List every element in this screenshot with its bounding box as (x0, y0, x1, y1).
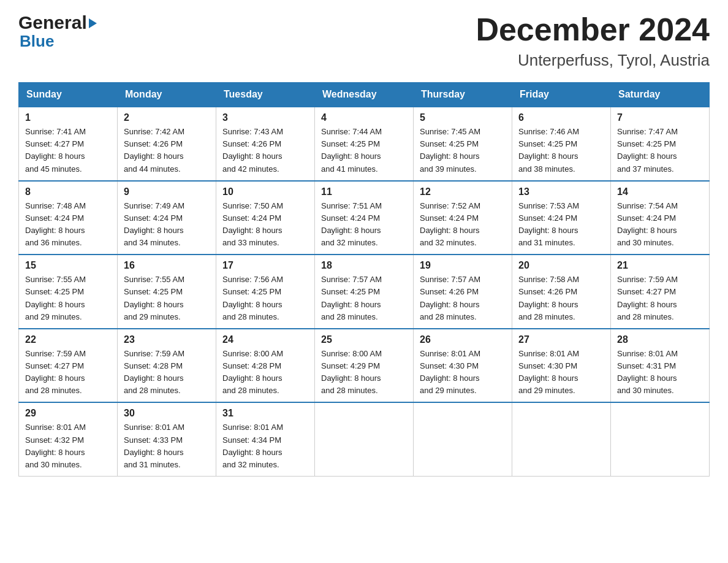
week-row-1: 1Sunrise: 7:41 AMSunset: 4:27 PMDaylight… (19, 107, 710, 181)
calendar-cell: 19Sunrise: 7:57 AMSunset: 4:26 PMDayligh… (414, 255, 512, 329)
day-number: 10 (222, 186, 308, 197)
day-info: Sunrise: 7:59 AMSunset: 4:28 PMDaylight:… (124, 348, 210, 397)
calendar-cell (315, 402, 414, 476)
day-number: 25 (321, 334, 407, 345)
title-area: December 2024 Unterperfuss, Tyrol, Austr… (476, 12, 710, 70)
day-info: Sunrise: 8:01 AMSunset: 4:34 PMDaylight:… (222, 421, 308, 471)
calendar-cell: 7Sunrise: 7:47 AMSunset: 4:25 PMDaylight… (611, 107, 710, 181)
calendar-cell: 23Sunrise: 7:59 AMSunset: 4:28 PMDayligh… (118, 329, 216, 403)
calendar-cell: 24Sunrise: 8:00 AMSunset: 4:28 PMDayligh… (216, 329, 315, 403)
day-info: Sunrise: 8:01 AMSunset: 4:30 PMDaylight:… (518, 348, 604, 397)
column-header-saturday: Saturday (611, 83, 710, 107)
calendar-cell: 17Sunrise: 7:56 AMSunset: 4:25 PMDayligh… (216, 255, 315, 329)
calendar-cell: 30Sunrise: 8:01 AMSunset: 4:33 PMDayligh… (118, 402, 216, 476)
day-number: 3 (222, 112, 308, 123)
header: General Blue December 2024 Unterperfuss,… (18, 12, 710, 70)
day-number: 21 (617, 260, 703, 271)
calendar-cell: 14Sunrise: 7:54 AMSunset: 4:24 PMDayligh… (611, 181, 710, 255)
calendar-cell (512, 402, 611, 476)
day-info: Sunrise: 8:01 AMSunset: 4:31 PMDaylight:… (617, 348, 703, 397)
calendar-cell: 29Sunrise: 8:01 AMSunset: 4:32 PMDayligh… (19, 402, 118, 476)
calendar-cell: 16Sunrise: 7:55 AMSunset: 4:25 PMDayligh… (118, 255, 216, 329)
day-number: 30 (124, 408, 210, 419)
calendar-cell (414, 402, 512, 476)
day-info: Sunrise: 8:00 AMSunset: 4:29 PMDaylight:… (321, 348, 407, 397)
calendar-cell: 1Sunrise: 7:41 AMSunset: 4:27 PMDaylight… (19, 107, 118, 181)
day-info: Sunrise: 7:59 AMSunset: 4:27 PMDaylight:… (25, 348, 111, 397)
day-number: 12 (420, 186, 506, 197)
day-number: 24 (222, 334, 308, 345)
day-info: Sunrise: 8:01 AMSunset: 4:33 PMDaylight:… (124, 421, 210, 471)
calendar-cell: 18Sunrise: 7:57 AMSunset: 4:25 PMDayligh… (315, 255, 414, 329)
month-title: December 2024 (476, 12, 710, 47)
logo-icon (89, 18, 97, 28)
calendar-cell: 21Sunrise: 7:59 AMSunset: 4:27 PMDayligh… (611, 255, 710, 329)
day-info: Sunrise: 8:01 AMSunset: 4:30 PMDaylight:… (420, 348, 506, 397)
day-info: Sunrise: 7:57 AMSunset: 4:25 PMDaylight:… (321, 274, 407, 323)
calendar-cell: 3Sunrise: 7:43 AMSunset: 4:26 PMDaylight… (216, 107, 315, 181)
logo-blue-text: Blue (20, 32, 97, 51)
day-info: Sunrise: 7:50 AMSunset: 4:24 PMDaylight:… (222, 200, 308, 250)
days-header-row: SundayMondayTuesdayWednesdayThursdayFrid… (19, 83, 710, 107)
calendar-cell: 8Sunrise: 7:48 AMSunset: 4:24 PMDaylight… (19, 181, 118, 255)
day-number: 26 (420, 334, 506, 345)
day-info: Sunrise: 8:00 AMSunset: 4:28 PMDaylight:… (222, 348, 308, 397)
day-info: Sunrise: 7:58 AMSunset: 4:26 PMDaylight:… (518, 274, 604, 323)
day-number: 2 (124, 112, 210, 123)
week-row-5: 29Sunrise: 8:01 AMSunset: 4:32 PMDayligh… (19, 402, 710, 476)
day-info: Sunrise: 7:57 AMSunset: 4:26 PMDaylight:… (420, 274, 506, 323)
day-number: 6 (518, 112, 604, 123)
day-number: 15 (25, 260, 111, 271)
day-info: Sunrise: 7:55 AMSunset: 4:25 PMDaylight:… (25, 274, 111, 323)
logo-area: General Blue (18, 12, 97, 51)
day-info: Sunrise: 7:49 AMSunset: 4:24 PMDaylight:… (124, 200, 210, 250)
day-number: 29 (25, 408, 111, 419)
day-number: 9 (124, 186, 210, 197)
day-number: 18 (321, 260, 407, 271)
day-info: Sunrise: 7:43 AMSunset: 4:26 PMDaylight:… (222, 126, 308, 175)
week-row-3: 15Sunrise: 7:55 AMSunset: 4:25 PMDayligh… (19, 255, 710, 329)
calendar-cell: 28Sunrise: 8:01 AMSunset: 4:31 PMDayligh… (611, 329, 710, 403)
location-title: Unterperfuss, Tyrol, Austria (476, 51, 710, 70)
day-info: Sunrise: 8:01 AMSunset: 4:32 PMDaylight:… (25, 421, 111, 471)
column-header-monday: Monday (118, 83, 216, 107)
day-number: 7 (617, 112, 703, 123)
column-header-tuesday: Tuesday (216, 83, 315, 107)
calendar-cell: 10Sunrise: 7:50 AMSunset: 4:24 PMDayligh… (216, 181, 315, 255)
week-row-4: 22Sunrise: 7:59 AMSunset: 4:27 PMDayligh… (19, 329, 710, 403)
day-info: Sunrise: 7:56 AMSunset: 4:25 PMDaylight:… (222, 274, 308, 323)
day-number: 27 (518, 334, 604, 345)
calendar-cell: 31Sunrise: 8:01 AMSunset: 4:34 PMDayligh… (216, 402, 315, 476)
day-info: Sunrise: 7:55 AMSunset: 4:25 PMDaylight:… (124, 274, 210, 323)
day-number: 11 (321, 186, 407, 197)
day-info: Sunrise: 7:41 AMSunset: 4:27 PMDaylight:… (25, 126, 111, 175)
week-row-2: 8Sunrise: 7:48 AMSunset: 4:24 PMDaylight… (19, 181, 710, 255)
day-number: 17 (222, 260, 308, 271)
calendar-cell: 22Sunrise: 7:59 AMSunset: 4:27 PMDayligh… (19, 329, 118, 403)
calendar-cell: 5Sunrise: 7:45 AMSunset: 4:25 PMDaylight… (414, 107, 512, 181)
calendar-cell: 20Sunrise: 7:58 AMSunset: 4:26 PMDayligh… (512, 255, 611, 329)
day-number: 4 (321, 112, 407, 123)
calendar-cell (611, 402, 710, 476)
calendar-cell: 11Sunrise: 7:51 AMSunset: 4:24 PMDayligh… (315, 181, 414, 255)
calendar-cell: 2Sunrise: 7:42 AMSunset: 4:26 PMDaylight… (118, 107, 216, 181)
column-header-wednesday: Wednesday (315, 83, 414, 107)
day-info: Sunrise: 7:47 AMSunset: 4:25 PMDaylight:… (617, 126, 703, 175)
day-number: 1 (25, 112, 111, 123)
day-info: Sunrise: 7:53 AMSunset: 4:24 PMDaylight:… (518, 200, 604, 250)
day-number: 16 (124, 260, 210, 271)
day-number: 8 (25, 186, 111, 197)
day-info: Sunrise: 7:59 AMSunset: 4:27 PMDaylight:… (617, 274, 703, 323)
column-header-sunday: Sunday (19, 83, 118, 107)
day-number: 22 (25, 334, 111, 345)
column-header-friday: Friday (512, 83, 611, 107)
calendar-cell: 15Sunrise: 7:55 AMSunset: 4:25 PMDayligh… (19, 255, 118, 329)
day-number: 13 (518, 186, 604, 197)
calendar-table: SundayMondayTuesdayWednesdayThursdayFrid… (18, 82, 710, 477)
day-info: Sunrise: 7:42 AMSunset: 4:26 PMDaylight:… (124, 126, 210, 175)
day-number: 14 (617, 186, 703, 197)
calendar-cell: 26Sunrise: 8:01 AMSunset: 4:30 PMDayligh… (414, 329, 512, 403)
day-info: Sunrise: 7:48 AMSunset: 4:24 PMDaylight:… (25, 200, 111, 250)
calendar-cell: 4Sunrise: 7:44 AMSunset: 4:25 PMDaylight… (315, 107, 414, 181)
calendar-cell: 12Sunrise: 7:52 AMSunset: 4:24 PMDayligh… (414, 181, 512, 255)
